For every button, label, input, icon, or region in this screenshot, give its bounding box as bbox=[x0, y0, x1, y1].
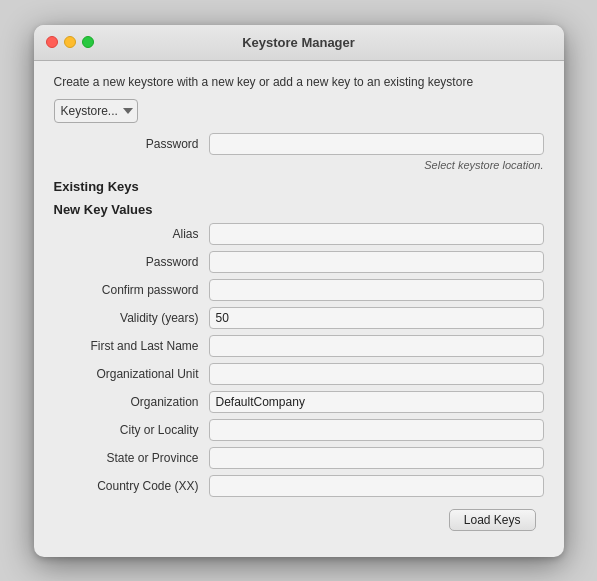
alias-input[interactable] bbox=[209, 223, 544, 245]
keystore-dropdown[interactable]: Keystore... bbox=[54, 99, 138, 123]
validity-input[interactable] bbox=[209, 307, 544, 329]
country-row: Country Code (XX) bbox=[54, 475, 544, 497]
subtitle-text: Create a new keystore with a new key or … bbox=[54, 75, 544, 89]
password-nkv-row: Password bbox=[54, 251, 544, 273]
state-input[interactable] bbox=[209, 447, 544, 469]
alias-row: Alias bbox=[54, 223, 544, 245]
hint-text: Select keystore location. bbox=[424, 159, 543, 171]
new-key-values-label: New Key Values bbox=[54, 202, 544, 217]
org-unit-input[interactable] bbox=[209, 363, 544, 385]
organization-label: Organization bbox=[54, 395, 209, 409]
load-keys-button[interactable]: Load Keys bbox=[449, 509, 536, 531]
hint-row: Select keystore location. bbox=[54, 159, 544, 171]
titlebar: Keystore Manager bbox=[34, 25, 564, 61]
confirm-password-label: Confirm password bbox=[54, 283, 209, 297]
maximize-button[interactable] bbox=[82, 36, 94, 48]
keystore-dropdown-row: Keystore... bbox=[54, 99, 544, 123]
traffic-lights bbox=[46, 36, 94, 48]
city-label: City or Locality bbox=[54, 423, 209, 437]
city-input[interactable] bbox=[209, 419, 544, 441]
main-content: Create a new keystore with a new key or … bbox=[34, 61, 564, 557]
first-last-name-label: First and Last Name bbox=[54, 339, 209, 353]
existing-keys-label: Existing Keys bbox=[54, 179, 544, 194]
confirm-password-row: Confirm password bbox=[54, 279, 544, 301]
password-top-label: Password bbox=[54, 137, 209, 151]
password-top-input[interactable] bbox=[209, 133, 544, 155]
country-input[interactable] bbox=[209, 475, 544, 497]
first-last-name-input[interactable] bbox=[209, 335, 544, 357]
org-unit-label: Organizational Unit bbox=[54, 367, 209, 381]
window-title: Keystore Manager bbox=[242, 35, 355, 50]
org-unit-row: Organizational Unit bbox=[54, 363, 544, 385]
state-label: State or Province bbox=[54, 451, 209, 465]
keystore-manager-window: Keystore Manager Create a new keystore w… bbox=[34, 25, 564, 557]
validity-label: Validity (years) bbox=[54, 311, 209, 325]
footer: Load Keys bbox=[54, 503, 544, 541]
state-row: State or Province bbox=[54, 447, 544, 469]
organization-input[interactable] bbox=[209, 391, 544, 413]
first-last-name-row: First and Last Name bbox=[54, 335, 544, 357]
password-nkv-input[interactable] bbox=[209, 251, 544, 273]
minimize-button[interactable] bbox=[64, 36, 76, 48]
organization-row: Organization bbox=[54, 391, 544, 413]
alias-label: Alias bbox=[54, 227, 209, 241]
city-row: City or Locality bbox=[54, 419, 544, 441]
password-row: Password bbox=[54, 133, 544, 155]
close-button[interactable] bbox=[46, 36, 58, 48]
validity-row: Validity (years) bbox=[54, 307, 544, 329]
confirm-password-input[interactable] bbox=[209, 279, 544, 301]
password-nkv-label: Password bbox=[54, 255, 209, 269]
country-label: Country Code (XX) bbox=[54, 479, 209, 493]
